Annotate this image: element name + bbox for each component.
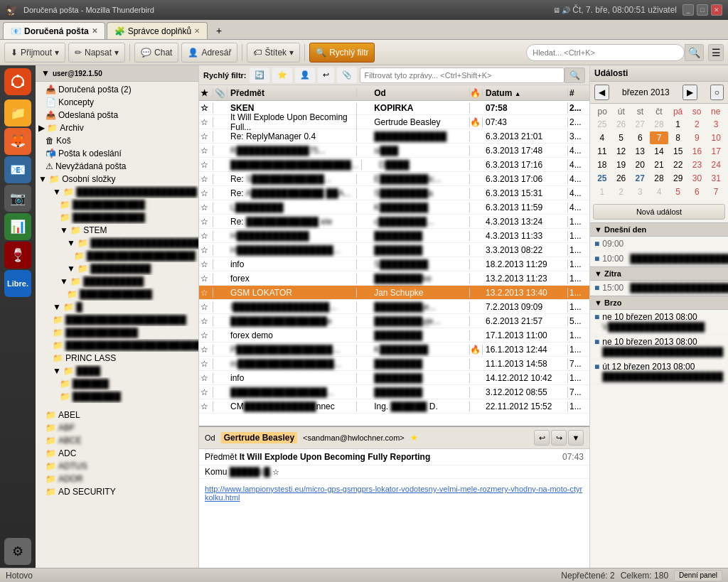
tab-addons-close[interactable]: ✕ bbox=[194, 27, 200, 35]
sidebar-item-junk[interactable]: ⚠ Nevyžádaná pošta bbox=[36, 160, 198, 173]
cal-day[interactable]: 5 bbox=[612, 131, 631, 144]
sidebar-item-blurred2[interactable]: 📁 ████████████ bbox=[36, 198, 198, 211]
cal-day[interactable]: 26 bbox=[612, 172, 631, 185]
cal-day[interactable]: 22 bbox=[669, 158, 687, 171]
sidebar-item-blurred14[interactable]: 📁 ████████ bbox=[36, 390, 198, 403]
preview-more-button[interactable]: ▼ bbox=[568, 430, 584, 446]
window-controls[interactable]: _ □ ✕ bbox=[682, 4, 722, 16]
col-from-header[interactable]: Od bbox=[371, 88, 470, 98]
calendar-next-button[interactable]: ▶ bbox=[682, 85, 697, 100]
cal-day[interactable]: 6 bbox=[688, 185, 707, 198]
compose-dropdown-icon[interactable]: ▾ bbox=[114, 48, 119, 58]
cal-day[interactable]: 27 bbox=[631, 118, 649, 131]
sidebar-item-archive[interactable]: ▶ 📁 Archiv bbox=[36, 122, 198, 134]
sidebar-item-blurred1[interactable]: ▼ 📁 ████████████████████ bbox=[36, 185, 198, 198]
email-row[interactable]: ☆ info S████████ 18.2.2013 11:29 1... bbox=[199, 257, 589, 271]
email-row[interactable]: ☆ ████████████████... ████████ 3.12.2012… bbox=[199, 385, 589, 399]
sidebar-item-blurred11[interactable]: 📁 █████████████████████████ bbox=[36, 339, 198, 352]
email-row[interactable]: ☆ ████████████████████... D████ 6.3.2013… bbox=[199, 158, 589, 172]
email-row[interactable]: ☆ I████████████████... ████████je... 7.2… bbox=[199, 300, 589, 314]
dock-wine-icon[interactable]: 🍷 bbox=[4, 242, 31, 269]
dock-files-icon[interactable]: 📁 bbox=[4, 99, 31, 126]
cal-day[interactable]: 2 bbox=[612, 185, 631, 198]
sidebar-item-personal[interactable]: ▼ 📁 Osobní složky bbox=[36, 173, 198, 185]
email-row[interactable]: ☆ H████████████████... ████████ 3.3.2013… bbox=[199, 243, 589, 257]
close-button[interactable]: ✕ bbox=[711, 4, 722, 16]
qf-attach-button[interactable]: 📎 bbox=[337, 68, 357, 83]
email-row-selected[interactable]: ☆ GSM LOKATOR Jan Schupke 13.2.2013 13:4… bbox=[199, 286, 589, 300]
cal-day[interactable]: 4 bbox=[650, 185, 668, 198]
cal-day[interactable]: 20 bbox=[631, 158, 649, 171]
qf-contact-button[interactable]: 👤 bbox=[295, 68, 315, 83]
cal-day[interactable]: 1 bbox=[669, 118, 687, 131]
tab-inbox[interactable]: 📧 Doručená pošta ✕ bbox=[3, 22, 105, 39]
cal-day[interactable]: 4 bbox=[593, 131, 611, 144]
sidebar-item-abel[interactable]: 📁 ABEL bbox=[36, 409, 198, 421]
cal-day[interactable]: 9 bbox=[688, 131, 707, 144]
email-row[interactable]: ☆ forex ████████ke 13.2.2013 11:23 1... bbox=[199, 271, 589, 286]
cal-day[interactable]: 30 bbox=[688, 172, 707, 185]
calendar-today-button[interactable]: ○ bbox=[710, 85, 724, 100]
dock-ubuntu-icon[interactable] bbox=[4, 68, 31, 95]
email-row[interactable]: ☆ Re: ████████████ ele c████████... 4.3.… bbox=[199, 215, 589, 229]
sidebar-item-blurred6[interactable]: ▼ 📁 ██████████ bbox=[36, 262, 198, 275]
sidebar-item-blurred4[interactable]: ▼ 📁 ████████████████████████ bbox=[36, 237, 198, 249]
cal-day[interactable]: 28 bbox=[650, 118, 668, 131]
cal-day[interactable]: 11 bbox=[593, 145, 611, 158]
cal-day[interactable]: 29 bbox=[669, 172, 687, 185]
sidebar-item-blurred12[interactable]: ▼ 📁 ████ bbox=[36, 365, 198, 377]
menu-button[interactable]: ☰ bbox=[708, 44, 724, 61]
cal-day[interactable]: 8 bbox=[669, 131, 687, 144]
qf-refresh-button[interactable]: 🔄 bbox=[250, 68, 269, 83]
email-row[interactable]: ☆ Re: ReplyManager 0.4 ████████████ 6.3.… bbox=[199, 129, 589, 144]
cal-day[interactable]: 6 bbox=[631, 131, 649, 144]
email-row[interactable]: ☆ forex demo ████████ 17.1.2013 11:00 1.… bbox=[199, 328, 589, 343]
dock-settings-icon[interactable]: ⚙ bbox=[4, 538, 31, 565]
sidebar-item-stem[interactable]: ▼ 📁 STEM bbox=[36, 224, 198, 237]
dock-thunderbird-icon[interactable]: 📧 bbox=[4, 156, 31, 183]
cal-day[interactable]: 3 bbox=[631, 185, 649, 198]
cal-day[interactable]: 13 bbox=[631, 145, 649, 158]
sidebar-item-blurred8[interactable]: 📁 ████████████ bbox=[36, 288, 198, 301]
quick-filter-search-input[interactable] bbox=[360, 68, 564, 83]
quick-filter-button[interactable]: 🔍 Rychlý filtr bbox=[309, 43, 375, 63]
preview-reply-button[interactable]: ↩ bbox=[534, 430, 550, 446]
email-row[interactable]: ☆ m████████████████... ████████ 11.1.201… bbox=[199, 357, 589, 371]
search-button[interactable]: 🔍 bbox=[685, 44, 704, 61]
sidebar-item-ador[interactable]: 📁 ADOR bbox=[36, 473, 198, 485]
sidebar-item-blurred7[interactable]: ▼ 📁 ██████████ bbox=[36, 275, 198, 288]
sidebar-item-abf[interactable]: 📁 ABF bbox=[36, 421, 198, 434]
sidebar-item-trash[interactable]: 🗑 Koš bbox=[36, 134, 198, 147]
sidebar-item-drafts[interactable]: 📄 Koncepty bbox=[36, 96, 198, 109]
dock-firefox-icon[interactable]: 🦊 bbox=[4, 128, 31, 155]
sidebar-item-abce[interactable]: 📁 ABCE bbox=[36, 434, 198, 447]
sidebar-item-adsecurity[interactable]: 📁 AD SECURITY bbox=[36, 485, 198, 498]
email-row[interactable]: ☆ ████████████████e ████████yje... 6.2.2… bbox=[199, 314, 589, 328]
cal-day[interactable]: 17 bbox=[707, 145, 725, 158]
sidebar-item-adc[interactable]: 📁 ADC bbox=[36, 447, 198, 460]
cal-day[interactable]: 16 bbox=[688, 145, 707, 158]
sidebar-item-blurred3[interactable]: 📁 ████████████ bbox=[36, 211, 198, 224]
cal-day[interactable]: 5 bbox=[669, 185, 687, 198]
cal-day[interactable]: 21 bbox=[650, 158, 668, 171]
cal-day[interactable]: 28 bbox=[650, 172, 668, 185]
label-button[interactable]: 🏷 Štítek ▾ bbox=[247, 43, 300, 63]
email-row[interactable]: ☆ H████████████ ████████ 4.3.2013 11:33 … bbox=[199, 229, 589, 243]
cal-day[interactable]: 2 bbox=[688, 118, 707, 131]
dock-camera-icon[interactable]: 📷 bbox=[4, 185, 31, 212]
address-button[interactable]: 👤 Adresář bbox=[181, 43, 237, 63]
email-row[interactable]: ☆ R████████████75... si███ 6.3.2013 17:4… bbox=[199, 144, 589, 158]
qf-star-button[interactable]: ⭐ bbox=[272, 68, 292, 83]
main-search-input[interactable] bbox=[526, 44, 685, 61]
sidebar-item-adtus[interactable]: 📁 ADTUS bbox=[36, 460, 198, 473]
email-row[interactable]: ☆ It Will Explode Upon Becoming Full... … bbox=[199, 115, 589, 129]
sidebar-item-blurred5[interactable]: 📁 ██████████████████ bbox=[36, 249, 198, 262]
email-row[interactable]: ☆ Re: S████████████... E████████ic... 6.… bbox=[199, 172, 589, 186]
cal-day[interactable]: 12 bbox=[612, 145, 631, 158]
sidebar-item-blurred13[interactable]: 📁 ██████ bbox=[36, 377, 198, 390]
sidebar-item-blurred9[interactable]: 📁 ████████████████████ bbox=[36, 313, 198, 326]
sidebar-item-e[interactable]: ▼ 📁 █ bbox=[36, 301, 198, 313]
cal-day[interactable]: 3 bbox=[707, 118, 725, 131]
receive-button[interactable]: ⬇ Přijmout ▾ bbox=[4, 43, 65, 63]
sidebar-item-inbox[interactable]: 📥 Doručená pošta (2) bbox=[36, 83, 198, 96]
